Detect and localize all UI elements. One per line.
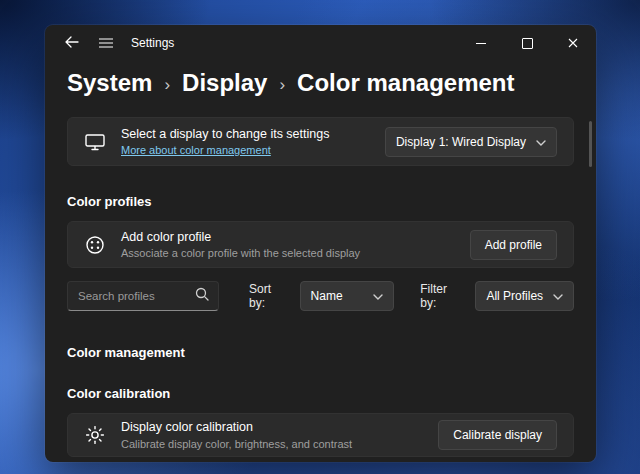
search-box (67, 281, 219, 311)
filter-dropdown-value: All Profiles (486, 289, 543, 303)
sort-dropdown-value: Name (311, 289, 343, 303)
search-icon (195, 287, 209, 305)
settings-window: Settings System › Display › Color manage… (45, 25, 596, 462)
page-content: System › Display › Color management Sele… (45, 69, 596, 457)
chevron-down-icon (553, 289, 563, 303)
search-input[interactable] (78, 290, 195, 302)
sort-by-label: Sort by: (249, 282, 290, 310)
more-about-color-management-link[interactable]: More about color management (121, 144, 329, 156)
breadcrumb-system[interactable]: System (67, 69, 152, 97)
color-calibration-heading: Color calibration (67, 386, 574, 401)
nav-menu-button[interactable] (89, 28, 123, 58)
monitor-icon (84, 133, 106, 151)
chevron-down-icon (373, 289, 383, 303)
add-profile-button[interactable]: Add profile (470, 230, 557, 260)
minimize-button[interactable] (458, 25, 504, 61)
display-select-title: Select a display to change its settings (121, 127, 329, 143)
sort-dropdown[interactable]: Name (300, 281, 395, 311)
display-dropdown-value: Display 1: Wired Display (396, 135, 526, 149)
filter-by-label: Filter by: (420, 282, 465, 310)
back-button[interactable] (55, 28, 89, 58)
brightness-sun-icon (84, 425, 106, 445)
add-profile-button-label: Add profile (485, 238, 542, 252)
titlebar: Settings (45, 25, 596, 61)
close-icon (568, 34, 578, 52)
maximize-button[interactable] (504, 25, 550, 61)
maximize-icon (522, 38, 533, 49)
breadcrumb-display[interactable]: Display (182, 69, 267, 97)
add-color-profile-title: Add color profile (121, 230, 360, 246)
breadcrumb: System › Display › Color management (67, 69, 574, 97)
add-color-profile-card: Add color profile Associate a color prof… (67, 221, 574, 268)
window-title: Settings (131, 36, 174, 50)
add-color-profile-subtitle: Associate a color profile with the selec… (121, 247, 360, 259)
display-dropdown[interactable]: Display 1: Wired Display (385, 127, 557, 157)
calibrate-display-button-label: Calibrate display (453, 428, 542, 442)
color-profile-icon (84, 235, 106, 255)
chevron-down-icon (536, 135, 546, 149)
color-profiles-heading: Color profiles (67, 194, 574, 209)
close-button[interactable] (550, 25, 596, 61)
window-controls (458, 25, 596, 61)
page-title: Color management (297, 69, 514, 97)
minimize-icon (476, 43, 486, 44)
calibrate-display-button[interactable]: Calibrate display (438, 420, 557, 450)
color-management-heading: Color management (67, 345, 574, 360)
back-arrow-icon (65, 34, 79, 52)
profiles-controls-row: Sort by: Name Filter by: All Profiles (67, 281, 574, 311)
breadcrumb-separator: › (279, 71, 285, 95)
scrollbar-thumb[interactable] (589, 121, 592, 167)
breadcrumb-separator: › (164, 71, 170, 95)
display-select-card: Select a display to change its settings … (67, 117, 574, 166)
display-color-calibration-card: Display color calibration Calibrate disp… (67, 413, 574, 457)
filter-dropdown[interactable]: All Profiles (475, 281, 574, 311)
calibration-subtitle: Calibrate display color, brightness, and… (121, 438, 352, 450)
calibration-title: Display color calibration (121, 420, 352, 436)
hamburger-icon (99, 34, 113, 52)
